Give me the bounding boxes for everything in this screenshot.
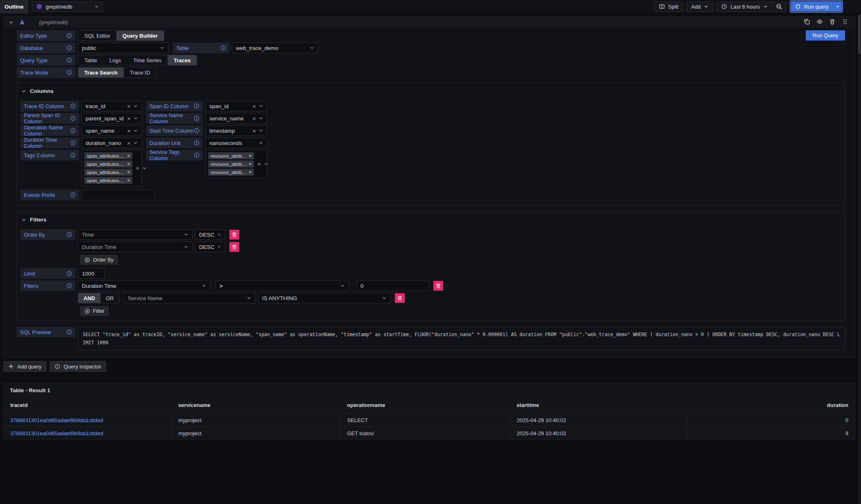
info-icon[interactable] <box>194 152 199 158</box>
order-by-direction-select[interactable]: DESC <box>195 229 225 240</box>
service-tag-pill[interactable]: resource_attrib...× <box>208 169 254 176</box>
info-icon[interactable] <box>66 271 72 276</box>
duration-time-column-select[interactable]: duration_nano× <box>82 138 142 148</box>
clear-icon[interactable]: × <box>127 103 131 109</box>
outline-toggle[interactable]: Outline <box>0 0 28 14</box>
info-icon[interactable] <box>66 33 72 38</box>
info-icon[interactable] <box>66 232 72 237</box>
info-icon[interactable] <box>70 152 76 158</box>
service-tags-column-multiselect[interactable]: resource_attrib...× resource_attrib...× … <box>205 150 267 178</box>
operation-name-column-select[interactable]: span_name× <box>82 125 142 136</box>
split-button[interactable]: Split <box>655 2 683 12</box>
trace-id-link[interactable]: 3768831301ea0d65adaef8b9da1cbded <box>4 427 172 440</box>
info-icon[interactable] <box>66 283 72 289</box>
remove-tag-icon[interactable]: × <box>249 161 252 167</box>
remove-tag-icon[interactable]: × <box>249 153 252 159</box>
datasource-picker[interactable]: greptimedb <box>32 2 103 12</box>
info-icon[interactable] <box>66 329 72 335</box>
query-inspector-button[interactable]: Query inspector <box>50 361 106 372</box>
add-filter-button[interactable]: Filter <box>80 306 109 316</box>
remove-order-by-button[interactable] <box>229 242 239 252</box>
clear-icon[interactable]: × <box>252 103 256 109</box>
info-icon[interactable] <box>194 128 199 133</box>
editor-type-query-builder[interactable]: Query Builder <box>116 31 164 41</box>
info-icon[interactable] <box>194 115 199 121</box>
info-icon[interactable] <box>70 115 76 121</box>
query-ref-id[interactable]: A <box>20 19 24 26</box>
duration-unit-select[interactable]: nanoseconds <box>205 138 267 148</box>
service-tag-pill[interactable]: resource_attrib...× <box>208 152 254 159</box>
order-by-field-select[interactable]: Time <box>78 229 193 240</box>
remove-filter-button[interactable] <box>433 281 443 291</box>
remove-tag-icon[interactable]: × <box>127 178 130 183</box>
remove-order-by-button[interactable] <box>229 230 239 240</box>
drag-handle[interactable] <box>842 18 848 26</box>
filter-operator-select[interactable]: IS ANYTHING <box>258 293 391 303</box>
query-type-time-series[interactable]: Time Series <box>127 55 168 65</box>
info-icon[interactable] <box>70 140 76 146</box>
page-scrollbar[interactable] <box>858 14 861 504</box>
columns-section-header[interactable]: Columns <box>21 88 840 94</box>
clear-icon[interactable]: × <box>252 128 256 134</box>
start-time-column-select[interactable]: timestamp× <box>205 125 267 136</box>
filter-field-select[interactable]: Service Name <box>124 293 256 303</box>
clear-all-icon[interactable]: × <box>257 160 261 167</box>
query-type-logs[interactable]: Logs <box>103 55 127 65</box>
info-icon[interactable] <box>194 103 199 109</box>
remove-tag-icon[interactable]: × <box>127 170 130 175</box>
info-icon[interactable] <box>194 140 199 146</box>
info-icon[interactable] <box>220 45 226 51</box>
column-header-traceid[interactable]: traceid <box>4 398 172 414</box>
tag-pill[interactable]: span_attributes....× <box>84 177 132 184</box>
filter-field-select[interactable]: Duration Time <box>78 280 211 291</box>
collapse-chevron-icon[interactable] <box>9 20 14 25</box>
tag-pill[interactable]: span_attributes....× <box>84 152 132 159</box>
add-query-button[interactable]: Add query <box>3 361 46 372</box>
database-select[interactable]: public <box>78 43 169 53</box>
info-icon[interactable] <box>70 128 76 133</box>
hide-response-button[interactable] <box>816 18 823 26</box>
column-header-operationname[interactable]: operationname <box>340 398 510 414</box>
tag-pill[interactable]: span_attributes....× <box>84 160 132 167</box>
parent-span-id-column-select[interactable]: parent_span_id× <box>82 113 142 124</box>
tags-column-multiselect[interactable]: span_attributes....× span_attributes....… <box>82 150 142 186</box>
clear-icon[interactable]: × <box>252 115 256 122</box>
info-icon[interactable] <box>66 57 72 63</box>
filters-section-header[interactable]: Filters <box>21 217 840 223</box>
duplicate-query-button[interactable] <box>804 18 810 26</box>
span-id-column-select[interactable]: span_id× <box>205 101 267 111</box>
column-header-servicename[interactable]: servicename <box>172 398 340 414</box>
trace-id-link[interactable]: 3768831301ea0d65adaef8b9da1cbded <box>4 414 172 427</box>
clear-all-icon[interactable]: × <box>136 165 139 172</box>
limit-input[interactable] <box>78 268 105 279</box>
run-query-options-button[interactable] <box>833 2 842 11</box>
info-icon[interactable] <box>70 192 76 198</box>
order-by-direction-select[interactable]: DESC <box>195 242 225 252</box>
service-tag-pill[interactable]: resource_attrib...× <box>208 160 254 167</box>
run-query-button[interactable]: Run query <box>791 2 833 11</box>
info-icon[interactable] <box>66 70 72 75</box>
remove-tag-icon[interactable]: × <box>249 170 252 175</box>
info-icon[interactable] <box>70 103 76 109</box>
remove-filter-button[interactable] <box>395 293 405 303</box>
scrollbar-thumb[interactable] <box>858 15 861 54</box>
events-prefix-input[interactable] <box>82 190 154 200</box>
editor-run-query-button[interactable]: Run Query <box>806 30 845 41</box>
add-order-by-button[interactable]: Order By <box>80 255 118 264</box>
tag-pill[interactable]: span_attributes....× <box>84 169 132 176</box>
add-dropdown-button[interactable]: Add <box>687 2 713 12</box>
query-type-traces[interactable]: Traces <box>168 55 197 65</box>
filter-logic-and[interactable]: AND <box>78 293 100 303</box>
column-header-duration[interactable]: duration <box>687 398 855 414</box>
clear-icon[interactable]: × <box>127 115 131 122</box>
remove-query-button[interactable] <box>829 18 836 26</box>
filter-logic-or[interactable]: OR <box>100 293 119 303</box>
trace-mode-trace-search[interactable]: Trace Search <box>78 68 124 77</box>
service-name-column-select[interactable]: service_name× <box>205 113 267 124</box>
filter-value-input[interactable] <box>356 280 429 291</box>
time-range-picker[interactable]: Last 6 hours <box>717 2 773 12</box>
clear-icon[interactable]: × <box>127 140 131 146</box>
order-by-field-select[interactable]: Duration Time <box>78 242 193 252</box>
info-icon[interactable] <box>66 45 72 51</box>
query-type-table[interactable]: Table <box>78 55 103 65</box>
